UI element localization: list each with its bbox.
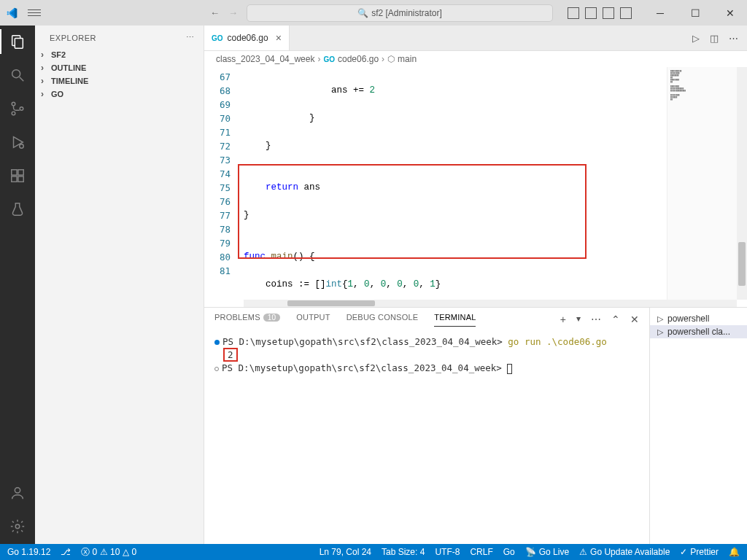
- vscode-logo-icon: [6, 7, 18, 19]
- minimize-button[interactable]: ─: [649, 7, 671, 19]
- svg-line-3: [20, 77, 24, 82]
- svg-point-5: [12, 112, 15, 115]
- breadcrumb-file[interactable]: code06.go: [338, 54, 379, 64]
- panel-tab-problems[interactable]: PROBLEMS10: [214, 313, 280, 326]
- layout-sidebar-left-icon: [568, 7, 579, 19]
- svg-point-4: [12, 102, 15, 106]
- status-bar: Go 1.19.12 ⎇ ⓧ 0 ⚠ 10 △ 0 Ln 79, Col 24 …: [0, 544, 747, 560]
- nav-back-icon[interactable]: ←: [210, 7, 220, 18]
- svg-point-13: [15, 488, 20, 493]
- go-file-icon: GO: [323, 55, 335, 63]
- dot-icon: [214, 340, 220, 345]
- sidebar-section-outline[interactable]: ›OUTLINE: [35, 61, 204, 74]
- status-tab-size[interactable]: Tab Size: 4: [382, 547, 425, 557]
- panel-tab-debug-console[interactable]: DEBUG CONSOLE: [347, 313, 419, 326]
- breadcrumb-folder[interactable]: class_2023_04_04_week: [216, 54, 314, 64]
- svg-point-6: [20, 107, 23, 111]
- svg-rect-9: [12, 170, 17, 175]
- panel-tab-output[interactable]: OUTPUT: [296, 313, 330, 326]
- svg-point-8: [20, 144, 24, 149]
- activity-explorer-icon[interactable]: [9, 33, 26, 50]
- activity-bar: [0, 26, 35, 544]
- nav-forward-icon[interactable]: →: [228, 7, 238, 18]
- sidebar-title: EXPLORER: [50, 34, 96, 42]
- layout-custom-icon: [620, 7, 632, 19]
- tab-close-icon[interactable]: ×: [276, 32, 282, 44]
- sidebar-folder-sf2[interactable]: ›SF2: [35, 48, 204, 61]
- terminal[interactable]: PS D:\mysetup\gopath\src\sf2\class_2023_…: [204, 331, 649, 544]
- scrollbar-thumb[interactable]: [738, 242, 746, 286]
- svg-point-14: [15, 524, 20, 529]
- panel-more-icon[interactable]: ⋯: [591, 314, 601, 325]
- code-content[interactable]: ans += 2 } } return ans } func main() { …: [244, 67, 667, 300]
- menu-button[interactable]: [28, 9, 41, 16]
- minimap[interactable]: ████ ████ ████ ██ ██████████████████ ███…: [667, 67, 737, 300]
- activity-search-icon[interactable]: [9, 66, 26, 84]
- search-text: sf2 [Administrator]: [371, 8, 442, 18]
- tab-code06[interactable]: GO code06.go ×: [204, 26, 290, 50]
- layout-sidebar-right-icon: [603, 7, 614, 19]
- dot-icon: [214, 367, 219, 371]
- activity-testing-icon[interactable]: [9, 201, 26, 218]
- activity-account-icon[interactable]: [9, 484, 26, 502]
- status-eol[interactable]: CRLF: [470, 547, 492, 557]
- tab-label: code06.go: [228, 33, 268, 43]
- sidebar-more-icon[interactable]: ⋯: [186, 33, 195, 42]
- code-editor[interactable]: 676869 707172 737475 767778 798081 ans +…: [204, 67, 747, 300]
- activity-extensions-icon[interactable]: [9, 167, 26, 184]
- sidebar-section-timeline[interactable]: ›TIMELINE: [35, 74, 204, 88]
- symbol-icon: ⬡: [387, 54, 395, 64]
- status-language[interactable]: Go: [503, 547, 515, 557]
- run-icon[interactable]: ▷: [692, 33, 700, 44]
- sidebar-section-go[interactable]: ›GO: [35, 88, 204, 101]
- go-file-icon: GO: [212, 34, 223, 42]
- scrollbar-vertical[interactable]: [737, 67, 747, 300]
- line-numbers: 676869 707172 737475 767778 798081: [204, 67, 244, 300]
- panel-maximize-icon[interactable]: ⌃: [611, 314, 620, 325]
- layout-controls[interactable]: [568, 7, 632, 19]
- title-bar: ← → 🔍 sf2 [Administrator] ─ ☐ ✕: [0, 0, 747, 26]
- status-notifications-icon[interactable]: 🔔: [729, 547, 740, 557]
- panel-split-terminal-icon[interactable]: ▾: [576, 314, 581, 325]
- activity-source-control-icon[interactable]: [9, 100, 26, 117]
- svg-rect-12: [18, 170, 23, 175]
- activity-settings-icon[interactable]: [9, 518, 26, 535]
- editor-group: GO code06.go × ▷ ◫ ⋯ class_2023_04_04_we…: [204, 26, 747, 544]
- layout-panel-icon: [585, 7, 597, 19]
- terminal-cursor: [507, 364, 512, 374]
- search-icon: 🔍: [357, 8, 368, 18]
- breadcrumb-symbol[interactable]: main: [398, 54, 417, 64]
- status-go-update[interactable]: ⚠ Go Update Available: [579, 547, 670, 557]
- svg-rect-10: [12, 176, 17, 182]
- panel-tab-terminal[interactable]: TERMINAL: [434, 313, 476, 327]
- activity-debug-icon[interactable]: [9, 133, 26, 151]
- split-editor-icon[interactable]: ◫: [710, 33, 719, 44]
- svg-point-2: [12, 70, 20, 78]
- editor-tabs: GO code06.go × ▷ ◫ ⋯: [204, 26, 747, 51]
- scrollbar-h-thumb[interactable]: [287, 300, 375, 306]
- breadcrumbs[interactable]: class_2023_04_04_week › GO code06.go › ⬡…: [204, 51, 747, 67]
- svg-rect-1: [15, 38, 23, 48]
- command-center-search[interactable]: 🔍 sf2 [Administrator]: [247, 4, 553, 22]
- status-cursor-pos[interactable]: Ln 79, Col 24: [320, 547, 371, 557]
- scrollbar-horizontal[interactable]: [244, 300, 737, 307]
- svg-rect-11: [18, 176, 23, 182]
- status-git-icon[interactable]: ⎇: [61, 547, 71, 557]
- panel-new-terminal-icon[interactable]: +: [560, 314, 566, 325]
- terminal-item-2[interactable]: ▷powershell cla...: [650, 325, 747, 338]
- status-go-version[interactable]: Go 1.19.12: [7, 547, 50, 557]
- status-encoding[interactable]: UTF-8: [435, 547, 460, 557]
- terminal-icon: ▷: [657, 314, 663, 324]
- annotation-box-output: 2: [223, 348, 238, 362]
- terminal-item-1[interactable]: ▷powershell: [650, 312, 747, 325]
- terminal-list: ▷powershell ▷powershell cla...: [649, 308, 747, 544]
- status-problems[interactable]: ⓧ 0 ⚠ 10 △ 0: [81, 546, 136, 559]
- panel-tabs: PROBLEMS10 OUTPUT DEBUG CONSOLE TERMINAL…: [204, 308, 649, 331]
- panel-close-icon[interactable]: ✕: [630, 314, 639, 325]
- sidebar-explorer: EXPLORER ⋯ ›SF2 ›OUTLINE ›TIMELINE ›GO: [35, 26, 204, 544]
- status-prettier[interactable]: ✓ Prettier: [680, 547, 719, 557]
- status-go-live[interactable]: 📡 Go Live: [525, 547, 569, 557]
- editor-more-icon[interactable]: ⋯: [729, 33, 738, 44]
- close-button[interactable]: ✕: [719, 7, 741, 19]
- maximize-button[interactable]: ☐: [684, 7, 706, 19]
